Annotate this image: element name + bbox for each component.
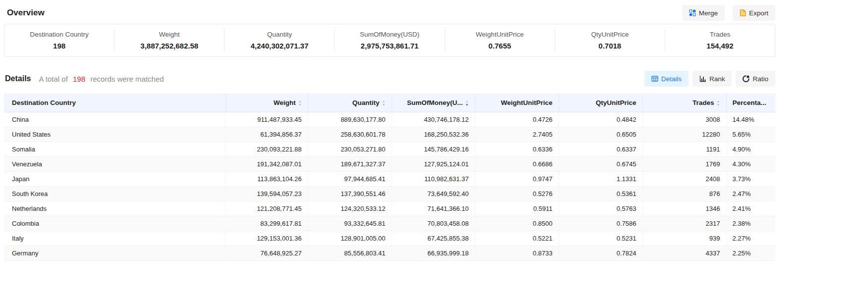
cell-sumofmoney-u: 168,250,532.36 [392,127,475,142]
cell-sumofmoney-u: 73,649,592.40 [392,187,475,201]
details-table: Destination CountryWeight▲▼Quantity▲▼Sum… [4,94,775,261]
cell-weightunitprice: 0.8500 [475,216,559,231]
stat-quantity: Quantity4,240,302,071.37 [225,30,335,51]
details-title: Details [5,74,31,83]
view-button-label: Ratio [752,75,768,83]
cell-destination-country: United States [4,127,226,142]
cell-quantity: 230,053,271.80 [308,142,392,157]
table-row: China911,487,933.45889,630,177.80430,746… [4,112,775,127]
cell-qtyunitprice: 0.4842 [559,112,642,127]
table-header-row: Destination CountryWeight▲▼Quantity▲▼Sum… [4,94,775,112]
view-button-label: Rank [709,75,725,83]
cell-destination-country: Italy [4,231,226,246]
details-bar: Details A total of 198 records were matc… [4,71,775,87]
cell-percenta: 5.65% [726,127,775,142]
column-label: Trades [693,99,714,106]
view-switch: DetailsRankRatio [644,71,775,87]
cell-qtyunitprice: 0.6337 [559,142,642,157]
table-row: United States61,394,856.37258,630,601.78… [4,127,775,142]
table-icon [651,75,658,82]
column-label: Quantity [352,99,380,106]
cell-weight: 139,594,057.23 [226,187,308,201]
view-button-ratio[interactable]: Ratio [736,71,775,87]
records-summary: A total of 198 records were matched [39,75,164,83]
cell-sumofmoney-u: 71,641,366.10 [392,201,475,216]
cell-weight: 129,153,001.36 [226,231,308,246]
stat-value: 3,887,252,682.58 [118,42,220,50]
cell-quantity: 258,630,601.78 [308,127,392,142]
cell-weightunitprice: 2.7405 [475,127,559,142]
stat-label: Weight [118,31,220,38]
cell-quantity: 93,332,645.81 [308,216,392,231]
cell-destination-country: China [4,112,226,127]
sort-icon[interactable]: ▲▼ [382,99,386,106]
cell-qtyunitprice: 0.5763 [559,201,642,216]
view-button-rank[interactable]: Rank [693,71,732,87]
cell-destination-country: Colombia [4,216,226,231]
cell-trades: 12280 [642,127,726,142]
column-label: SumOfMoney(U... [407,99,463,106]
stat-label: SumOfMoney(USD) [339,31,440,38]
cell-weightunitprice: 0.4726 [475,112,559,127]
column-header-percenta: Percenta... [726,94,775,112]
cell-qtyunitprice: 0.5361 [559,187,642,201]
stat-value: 0.7018 [559,42,661,50]
column-label: WeightUnitPrice [501,99,552,106]
column-header-sumofmoney-u[interactable]: SumOfMoney(U...▲▼ [392,94,475,112]
stat-destination-country: Destination Country198 [4,30,115,51]
bar-chart-icon [699,75,706,82]
cell-sumofmoney-u: 127,925,124.01 [392,157,475,172]
cell-quantity: 97,944,685.41 [308,172,392,187]
view-button-label: Details [661,75,682,83]
cell-percenta: 4.90% [726,142,775,157]
cell-trades: 3008 [642,112,726,127]
export-button[interactable]: Export [733,5,775,21]
cell-weightunitprice: 0.6336 [475,142,559,157]
cell-percenta: 2.27% [726,231,775,246]
stat-value: 198 [8,42,110,50]
stat-value: 4,240,302,071.37 [229,42,330,50]
table-row: Germany76,648,925.2785,556,803.4166,935,… [4,246,775,261]
cell-percenta: 2.47% [726,187,775,201]
sort-icon[interactable]: ▲▼ [298,99,302,106]
cell-weight: 230,093,221.88 [226,142,308,157]
export-icon [740,9,746,16]
cell-sumofmoney-u: 70,803,458.08 [392,216,475,231]
cell-quantity: 137,390,551.46 [308,187,392,201]
overview-stats-bar: Destination Country198Weight3,887,252,68… [4,24,775,57]
table-row: Somalia230,093,221.88230,053,271.80145,7… [4,142,775,157]
merge-button[interactable]: Merge [682,5,725,21]
column-label: Percenta... [733,99,766,106]
cell-sumofmoney-u: 145,786,429.16 [392,142,475,157]
table-row: Netherlands121,208,771.45124,320,533.127… [4,201,775,216]
cell-trades: 2408 [642,172,726,187]
cell-trades: 2317 [642,216,726,231]
stat-value: 0.7655 [449,42,551,50]
column-header-trades[interactable]: Trades▲▼ [642,94,726,112]
cell-weight: 911,487,933.45 [226,112,308,127]
column-header-weight[interactable]: Weight▲▼ [226,94,308,112]
stat-weight: Weight3,887,252,682.58 [115,30,225,51]
sort-icon[interactable]: ▲▼ [465,99,469,106]
table-row: Colombia83,299,617.8193,332,645.8170,803… [4,216,775,231]
cell-qtyunitprice: 0.7586 [559,216,642,231]
column-header-weightunitprice: WeightUnitPrice [475,94,559,112]
cell-trades: 1346 [642,201,726,216]
cell-destination-country: Netherlands [4,201,226,216]
cell-destination-country: Germany [4,246,226,261]
cell-weight: 113,863,104.26 [226,172,308,187]
table-row: Venezuela191,342,087.01189,671,327.37127… [4,157,775,172]
stat-value: 154,492 [669,42,771,50]
merge-icon [689,9,696,16]
merge-button-label: Merge [699,9,718,17]
cell-destination-country: Somalia [4,142,226,157]
cell-qtyunitprice: 0.6505 [559,127,642,142]
cell-percenta: 14.48% [726,112,775,127]
cell-quantity: 189,671,327.37 [308,157,392,172]
sort-icon[interactable]: ▲▼ [717,99,720,106]
pie-chart-icon [743,75,750,82]
column-header-qtyunitprice: QtyUnitPrice [559,94,642,112]
view-button-details[interactable]: Details [644,71,689,87]
column-header-quantity[interactable]: Quantity▲▼ [308,94,392,112]
cell-weightunitprice: 0.6686 [475,157,559,172]
